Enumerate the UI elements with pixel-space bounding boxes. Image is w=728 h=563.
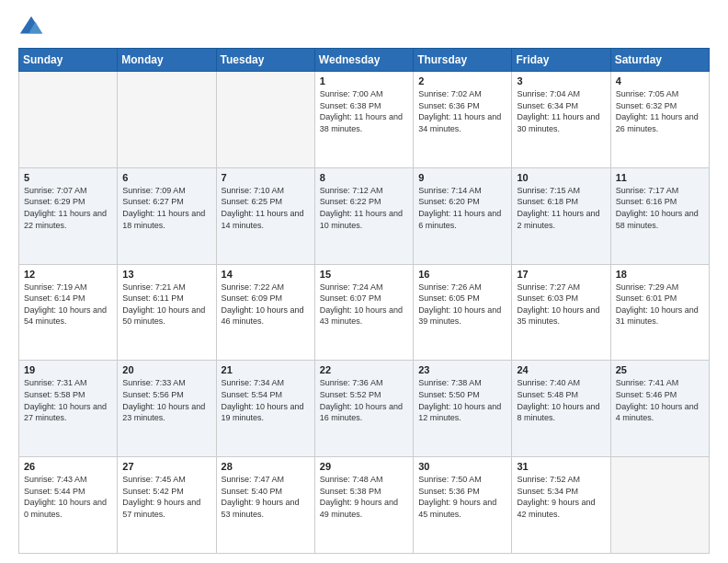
weekday-header-monday: Monday [118,49,216,72]
day-info: Sunrise: 7:34 AMSunset: 5:54 PMDaylight:… [222,377,310,423]
weekday-header-tuesday: Tuesday [216,49,314,72]
day-info: Sunrise: 7:40 AMSunset: 5:48 PMDaylight:… [517,377,605,423]
week-row-3: 12Sunrise: 7:19 AMSunset: 6:14 PMDayligh… [19,264,710,361]
week-row-1: 1Sunrise: 7:00 AMSunset: 6:38 PMDaylight… [19,72,710,168]
day-info: Sunrise: 7:50 AMSunset: 5:36 PMDaylight:… [418,474,506,520]
day-number: 17 [517,269,605,280]
day-info: Sunrise: 7:26 AMSunset: 6:05 PMDaylight:… [418,282,506,327]
day-info: Sunrise: 7:47 AMSunset: 5:40 PMDaylight:… [222,474,310,520]
day-number: 4 [616,75,704,86]
day-info: Sunrise: 7:24 AMSunset: 6:07 PMDaylight:… [320,282,408,327]
day-number: 26 [24,461,112,472]
day-info: Sunrise: 7:41 AMSunset: 5:46 PMDaylight:… [616,377,704,423]
day-cell: 6Sunrise: 7:09 AMSunset: 6:27 PMDaylight… [118,167,216,264]
week-row-4: 19Sunrise: 7:31 AMSunset: 5:58 PMDayligh… [19,361,710,457]
page: SundayMondayTuesdayWednesdayThursdayFrid… [0,0,728,563]
day-info: Sunrise: 7:09 AMSunset: 6:27 PMDaylight:… [122,185,210,231]
day-number: 12 [24,269,112,280]
day-number: 20 [122,364,210,375]
day-number: 30 [418,461,506,472]
day-cell [610,457,709,554]
day-cell: 28Sunrise: 7:47 AMSunset: 5:40 PMDayligh… [216,457,314,554]
day-number: 8 [320,172,408,183]
day-cell: 19Sunrise: 7:31 AMSunset: 5:58 PMDayligh… [19,361,118,457]
day-number: 22 [320,364,408,375]
day-info: Sunrise: 7:05 AMSunset: 6:32 PMDaylight:… [616,88,704,134]
day-number: 14 [222,269,310,280]
day-number: 28 [222,461,310,472]
day-cell: 14Sunrise: 7:22 AMSunset: 6:09 PMDayligh… [216,264,314,361]
day-info: Sunrise: 7:04 AMSunset: 6:34 PMDaylight:… [517,88,605,134]
day-cell: 10Sunrise: 7:15 AMSunset: 6:18 PMDayligh… [512,167,610,264]
header [18,15,710,40]
day-cell: 9Sunrise: 7:14 AMSunset: 6:20 PMDaylight… [414,167,512,264]
day-number: 23 [418,364,506,375]
day-info: Sunrise: 7:17 AMSunset: 6:16 PMDaylight:… [616,185,704,231]
week-row-5: 26Sunrise: 7:43 AMSunset: 5:44 PMDayligh… [19,457,710,554]
weekday-header-row: SundayMondayTuesdayWednesdayThursdayFrid… [19,49,710,72]
day-cell: 8Sunrise: 7:12 AMSunset: 6:22 PMDaylight… [314,167,413,264]
day-info: Sunrise: 7:29 AMSunset: 6:01 PMDaylight:… [616,282,704,327]
day-info: Sunrise: 7:15 AMSunset: 6:18 PMDaylight:… [517,185,605,231]
day-cell [19,72,118,168]
day-cell: 21Sunrise: 7:34 AMSunset: 5:54 PMDayligh… [216,361,314,457]
weekday-header-saturday: Saturday [610,49,709,72]
day-number: 10 [517,172,605,183]
day-cell: 16Sunrise: 7:26 AMSunset: 6:05 PMDayligh… [414,264,512,361]
day-cell [216,72,314,168]
day-number: 21 [222,364,310,375]
day-cell [118,72,216,168]
day-cell: 25Sunrise: 7:41 AMSunset: 5:46 PMDayligh… [610,361,709,457]
day-info: Sunrise: 7:14 AMSunset: 6:20 PMDaylight:… [418,185,506,231]
day-number: 31 [517,461,605,472]
day-cell: 26Sunrise: 7:43 AMSunset: 5:44 PMDayligh… [19,457,118,554]
day-number: 1 [320,75,408,86]
day-cell: 22Sunrise: 7:36 AMSunset: 5:52 PMDayligh… [314,361,413,457]
day-cell: 27Sunrise: 7:45 AMSunset: 5:42 PMDayligh… [118,457,216,554]
day-cell: 15Sunrise: 7:24 AMSunset: 6:07 PMDayligh… [314,264,413,361]
day-info: Sunrise: 7:45 AMSunset: 5:42 PMDaylight:… [122,474,210,520]
day-info: Sunrise: 7:02 AMSunset: 6:36 PMDaylight:… [418,88,506,134]
weekday-header-sunday: Sunday [19,49,118,72]
day-cell: 2Sunrise: 7:02 AMSunset: 6:36 PMDaylight… [414,72,512,168]
day-cell: 17Sunrise: 7:27 AMSunset: 6:03 PMDayligh… [512,264,610,361]
logo [18,15,48,40]
day-cell: 13Sunrise: 7:21 AMSunset: 6:11 PMDayligh… [118,264,216,361]
day-number: 25 [616,364,704,375]
day-info: Sunrise: 7:36 AMSunset: 5:52 PMDaylight:… [320,377,408,423]
day-info: Sunrise: 7:00 AMSunset: 6:38 PMDaylight:… [320,88,408,134]
day-info: Sunrise: 7:38 AMSunset: 5:50 PMDaylight:… [418,377,506,423]
week-row-2: 5Sunrise: 7:07 AMSunset: 6:29 PMDaylight… [19,167,710,264]
day-number: 7 [222,172,310,183]
weekday-header-thursday: Thursday [414,49,512,72]
logo-icon [18,15,44,40]
day-number: 11 [616,172,704,183]
day-cell: 7Sunrise: 7:10 AMSunset: 6:25 PMDaylight… [216,167,314,264]
day-info: Sunrise: 7:43 AMSunset: 5:44 PMDaylight:… [24,474,112,520]
day-cell: 4Sunrise: 7:05 AMSunset: 6:32 PMDaylight… [610,72,709,168]
day-info: Sunrise: 7:48 AMSunset: 5:38 PMDaylight:… [320,474,408,520]
day-number: 16 [418,269,506,280]
day-cell: 3Sunrise: 7:04 AMSunset: 6:34 PMDaylight… [512,72,610,168]
weekday-header-friday: Friday [512,49,610,72]
day-number: 2 [418,75,506,86]
day-number: 29 [320,461,408,472]
day-number: 13 [122,269,210,280]
day-info: Sunrise: 7:33 AMSunset: 5:56 PMDaylight:… [122,377,210,423]
day-cell: 24Sunrise: 7:40 AMSunset: 5:48 PMDayligh… [512,361,610,457]
day-cell: 12Sunrise: 7:19 AMSunset: 6:14 PMDayligh… [19,264,118,361]
day-cell: 20Sunrise: 7:33 AMSunset: 5:56 PMDayligh… [118,361,216,457]
day-number: 5 [24,172,112,183]
day-cell: 29Sunrise: 7:48 AMSunset: 5:38 PMDayligh… [314,457,413,554]
day-cell: 30Sunrise: 7:50 AMSunset: 5:36 PMDayligh… [414,457,512,554]
day-info: Sunrise: 7:27 AMSunset: 6:03 PMDaylight:… [517,282,605,327]
day-info: Sunrise: 7:52 AMSunset: 5:34 PMDaylight:… [517,474,605,520]
day-cell: 11Sunrise: 7:17 AMSunset: 6:16 PMDayligh… [610,167,709,264]
day-number: 18 [616,269,704,280]
day-info: Sunrise: 7:21 AMSunset: 6:11 PMDaylight:… [122,282,210,327]
day-cell: 23Sunrise: 7:38 AMSunset: 5:50 PMDayligh… [414,361,512,457]
day-info: Sunrise: 7:31 AMSunset: 5:58 PMDaylight:… [24,377,112,423]
day-number: 6 [122,172,210,183]
day-info: Sunrise: 7:10 AMSunset: 6:25 PMDaylight:… [222,185,310,231]
day-cell: 18Sunrise: 7:29 AMSunset: 6:01 PMDayligh… [610,264,709,361]
